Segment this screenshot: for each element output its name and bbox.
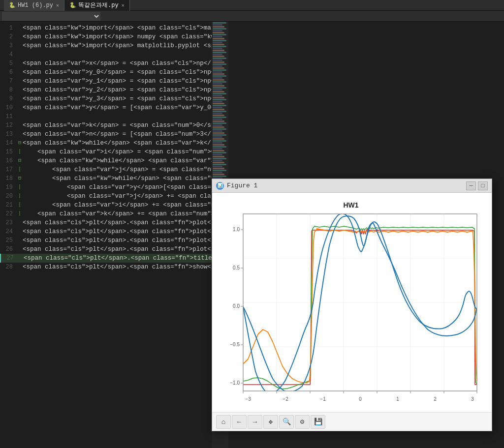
minimap-block xyxy=(213,172,222,173)
code-line-6: 6 <span class="var">y_0</span> = <span c… xyxy=(0,68,212,77)
configure-button[interactable]: ⚙ xyxy=(295,415,310,429)
fold-indicator[interactable]: ⊟ xyxy=(17,174,23,183)
line-number: 3 xyxy=(0,41,17,50)
minimap-block xyxy=(213,48,222,49)
tab-homework[interactable]: 🐍 똑같은과제.py ✕ xyxy=(64,0,130,11)
svg-text:1.0: 1.0 xyxy=(233,227,240,232)
minimap-block xyxy=(213,148,222,149)
line-number: 15 xyxy=(0,148,17,156)
fold-indicator xyxy=(17,218,23,227)
line-number: 7 xyxy=(0,77,17,86)
minimap-block xyxy=(213,26,224,28)
minimap-block xyxy=(213,160,222,161)
fold-indicator xyxy=(17,41,23,50)
minimap-block xyxy=(213,132,224,134)
tab-close-hw1[interactable]: ✕ xyxy=(56,2,59,8)
code-line-18: 18⊟ <span class="kw">while</span> <span … xyxy=(0,174,212,183)
minimap-block xyxy=(213,65,222,67)
fold-indicator xyxy=(17,77,23,86)
minimap-block xyxy=(213,113,222,114)
line-number: 16 xyxy=(0,156,17,165)
line-number: 2 xyxy=(0,32,17,41)
code-editor[interactable]: 1 <span class="kw">import</span> <span c… xyxy=(0,22,212,448)
minimize-button[interactable]: ─ xyxy=(466,181,476,190)
minimap-block xyxy=(213,101,222,102)
save-button[interactable]: 💾 xyxy=(311,415,325,429)
fold-indicator xyxy=(17,121,23,130)
fold-indicator xyxy=(17,236,23,245)
line-number: 8 xyxy=(0,86,17,94)
maximize-button[interactable]: □ xyxy=(478,181,488,190)
pan-button[interactable]: ✥ xyxy=(263,415,278,429)
minimap-block xyxy=(213,144,224,146)
fold-indicator xyxy=(17,112,23,121)
svg-text:0: 0 xyxy=(359,396,362,402)
svg-text:−3: −3 xyxy=(245,396,251,402)
home-button[interactable]: ⌂ xyxy=(216,415,231,429)
code-line-12: 12 <span class="var">k</span> = <span cl… xyxy=(0,121,212,130)
minimap-block xyxy=(213,95,222,96)
code-line-14: 14⊟<span class="kw">while</span> <span c… xyxy=(0,139,212,148)
zoom-button[interactable]: 🔍 xyxy=(279,415,294,429)
fold-indicator[interactable]: ⊟ xyxy=(17,139,23,148)
minimap-block xyxy=(213,71,222,73)
line-number: 22 xyxy=(0,209,17,218)
minimap-block xyxy=(213,126,224,128)
minimap-block xyxy=(213,128,226,130)
tab-hw1[interactable]: 🐍 HW1 (6).py ✕ xyxy=(4,0,64,11)
fold-indicator xyxy=(17,94,23,103)
minimap-block xyxy=(213,63,226,65)
fold-indicator[interactable]: ⊟ xyxy=(17,156,23,165)
minimap-block xyxy=(213,107,222,108)
tab-close-homework[interactable]: ✕ xyxy=(122,2,125,8)
minimap-block xyxy=(213,75,226,77)
line-number: 14 xyxy=(0,139,17,148)
minimap-block xyxy=(213,164,226,165)
code-line-19: 19| <span class="var">y</span>[<span cla… xyxy=(0,183,212,192)
minimap-block xyxy=(213,85,224,87)
forward-button[interactable]: → xyxy=(248,415,262,429)
line-number: 18 xyxy=(0,174,17,183)
line-number: 9 xyxy=(0,94,17,103)
code-line-4: 4 xyxy=(0,50,212,59)
fold-indicator xyxy=(17,227,23,236)
minimap-block xyxy=(213,162,224,163)
dropdown-bar xyxy=(0,11,504,22)
fold-indicator: | xyxy=(17,165,23,174)
figure-title: Figure 1 xyxy=(227,182,257,189)
line-number: 20 xyxy=(0,192,17,201)
minimap-block xyxy=(213,54,222,55)
minimap-block xyxy=(213,40,226,41)
svg-text:−1: −1 xyxy=(320,396,326,402)
code-line-13: 13 <span class="var">n</span> = [<span c… xyxy=(0,130,212,139)
code-line-9: 9 <span class="var">y_3</span> = <span c… xyxy=(0,94,212,103)
minimap-block xyxy=(213,124,222,126)
figure-icon: 📊 xyxy=(216,182,224,190)
line-content: <span class="cls">plt</span>.<span class… xyxy=(23,227,212,236)
minimap-block xyxy=(213,77,222,79)
code-lines: 1 <span class="kw">import</span> <span c… xyxy=(0,24,212,271)
minimap-block xyxy=(213,176,226,177)
figure-title-left: 📊 Figure 1 xyxy=(216,182,257,190)
line-number: 17 xyxy=(0,165,17,174)
code-line-20: 20| <span class="var">j</span> += <span … xyxy=(0,192,212,201)
minimap-block xyxy=(213,109,224,110)
minimap-block xyxy=(213,103,224,104)
minimap-block xyxy=(213,134,226,136)
minimap-block xyxy=(213,56,224,57)
line-number: 28 xyxy=(0,263,17,271)
minimap-block xyxy=(213,30,222,31)
code-line-22: 22| <span class="var">k</span> += <span … xyxy=(0,209,212,218)
line-content xyxy=(23,50,212,59)
back-button[interactable]: ← xyxy=(232,415,247,429)
minimap-block xyxy=(213,36,222,37)
line-number: 13 xyxy=(0,130,17,139)
svg-text:2: 2 xyxy=(434,396,437,402)
code-line-28: 28 <span class="cls">plt</span>.<span cl… xyxy=(0,263,212,271)
minimap-block xyxy=(213,52,226,53)
context-dropdown[interactable] xyxy=(2,12,100,21)
line-content: <span class="var">k</span> += <span clas… xyxy=(23,209,212,218)
minimap-block xyxy=(213,83,222,85)
fold-indicator: | xyxy=(17,201,23,209)
minimap-block xyxy=(213,91,224,92)
